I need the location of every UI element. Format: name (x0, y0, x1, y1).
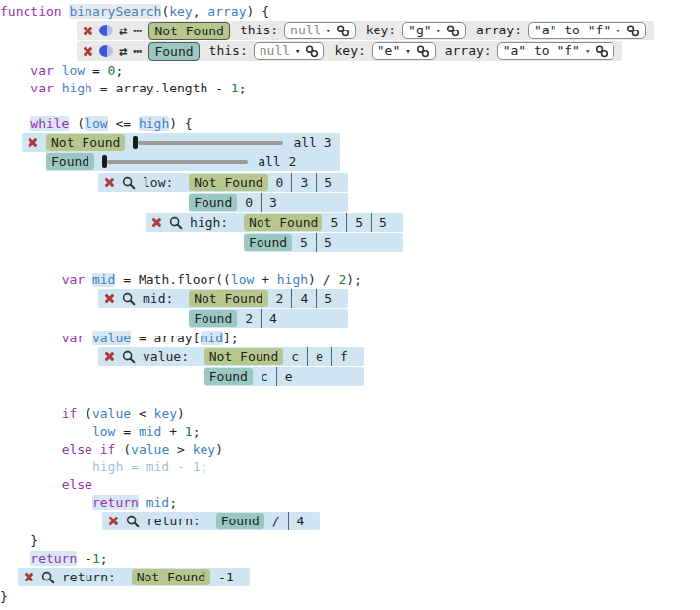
hit-status-badge: Not Found (244, 214, 322, 231)
chain-link-icon[interactable] (416, 45, 430, 58)
code-token: } (0, 533, 38, 548)
slider-track[interactable] (107, 160, 248, 164)
code-token: ; (100, 551, 108, 566)
probe-row: Not Found555 (244, 214, 403, 232)
probe-value: f (331, 347, 356, 366)
toggle-trace-icon[interactable] (99, 25, 113, 36)
more-options-icon[interactable]: ⋯ (133, 21, 143, 40)
inspect-log-button[interactable] (122, 292, 136, 306)
probe-values: 245 (268, 289, 340, 308)
magnifier-icon (122, 176, 136, 190)
chevron-down-icon: ▾ (437, 23, 441, 38)
close-icon[interactable] (83, 26, 93, 36)
close-icon[interactable] (83, 46, 93, 57)
value-dropdown[interactable]: "a" to "f"▾ (528, 22, 646, 39)
code-token: < (131, 406, 153, 421)
hit-status-badge[interactable]: Not Found (148, 22, 229, 40)
code-line: high = mid - 1; (0, 458, 700, 476)
probe-values: ce (253, 367, 301, 386)
close-icon[interactable] (151, 217, 162, 228)
swap-arrows-icon[interactable]: ⇄ (119, 44, 127, 58)
probe-values: 03 (237, 193, 285, 212)
code-line: else (0, 476, 700, 494)
code-token: high (139, 116, 169, 131)
close-icon[interactable] (28, 137, 38, 148)
probe-widget: high: Not Found555Found55 (146, 214, 403, 253)
close-icon[interactable] (104, 293, 115, 304)
slider-track[interactable] (138, 141, 283, 145)
code-token: mid (139, 424, 161, 439)
magnifier-icon (122, 292, 136, 306)
value-dropdown[interactable]: "e"▾ (372, 42, 436, 60)
code-line: while (low <= high) { (0, 115, 700, 133)
probe-values: 55 (292, 233, 340, 252)
probe-row: Not Found-1 (132, 568, 250, 586)
chain-link-icon[interactable] (595, 45, 609, 58)
probe-value: 3 (261, 193, 285, 212)
code-token: ) (215, 442, 223, 457)
inspect-log-button[interactable] (41, 571, 55, 584)
code-line: return mid; (0, 494, 700, 512)
probe-prefix: high: (146, 214, 244, 232)
more-options-icon[interactable]: ⋯ (133, 41, 143, 61)
probe-value: 5 (371, 214, 395, 232)
code-token: ( (69, 116, 85, 131)
probe-widget: mid: Not Found245Found24 (98, 289, 348, 329)
param-label: key: (334, 41, 365, 61)
code-token: ; (193, 424, 201, 439)
close-icon[interactable] (104, 351, 115, 362)
code-token: var (30, 81, 53, 95)
code-token (54, 81, 62, 95)
code-token (54, 63, 62, 78)
probe-value: e (276, 367, 301, 386)
close-icon[interactable] (104, 177, 115, 188)
value-dropdown[interactable]: "g"▾ (402, 22, 466, 39)
chain-link-icon[interactable] (336, 25, 350, 37)
code-token: value (131, 442, 169, 457)
code-token: ); (346, 273, 362, 287)
code-token: high (62, 81, 92, 95)
swap-arrows-icon[interactable]: ⇄ (119, 24, 127, 37)
code-token: while (30, 116, 69, 131)
hit-status-badge[interactable]: Found (148, 42, 199, 61)
value-dropdown[interactable]: "a" to "f"▾ (497, 42, 615, 60)
chain-link-icon[interactable] (446, 25, 460, 37)
chain-link-icon[interactable] (305, 45, 319, 58)
code-token: if (62, 406, 78, 421)
inspect-log-button[interactable] (122, 176, 136, 190)
close-icon[interactable] (24, 572, 34, 582)
close-icon[interactable] (108, 516, 119, 526)
probe-value: c (253, 367, 276, 386)
iteration-slider[interactable] (133, 136, 283, 149)
value-dropdown[interactable]: null▾ (254, 42, 325, 60)
probe-row: Not Found035 (189, 173, 348, 192)
probe-widget: value: Not FoundcefFoundce (98, 347, 364, 387)
code-token: var (30, 63, 53, 78)
magnifier-icon (169, 216, 183, 230)
probe-prefix-spacer (98, 193, 189, 212)
code-token: ) / (308, 273, 338, 287)
iteration-slider[interactable] (102, 155, 248, 168)
inspect-log-button[interactable] (126, 515, 140, 528)
code-token: 1 (92, 551, 100, 566)
code-token: function (0, 4, 69, 19)
code-token: , (193, 4, 208, 19)
code-token: low (85, 116, 107, 131)
probe-widget: low: Not Found035Found03 (98, 173, 348, 213)
chevron-down-icon: ▾ (325, 23, 330, 38)
code-line: function binarySearch(key, array) { (0, 3, 700, 21)
code-token: ) { (246, 4, 268, 19)
probe-variable-label: return: (146, 514, 208, 528)
probe-value: 4 (291, 289, 316, 308)
inspect-log-button[interactable] (169, 216, 183, 230)
probe-value: 4 (261, 309, 285, 328)
code-token: + (254, 273, 276, 287)
dropdown-value: "a" to "f" (503, 43, 580, 59)
chain-link-icon[interactable] (626, 25, 640, 37)
toggle-trace-icon[interactable] (99, 45, 113, 57)
value-dropdown[interactable]: null▾ (284, 22, 356, 39)
iteration-count-label: all 3 (293, 135, 331, 150)
probe-prefix-spacer (98, 309, 189, 328)
call-trace-row: ⇄⋯Foundthis:null▾key:"e"▾array:"a" to "f… (77, 41, 622, 61)
inspect-log-button[interactable] (122, 350, 136, 364)
